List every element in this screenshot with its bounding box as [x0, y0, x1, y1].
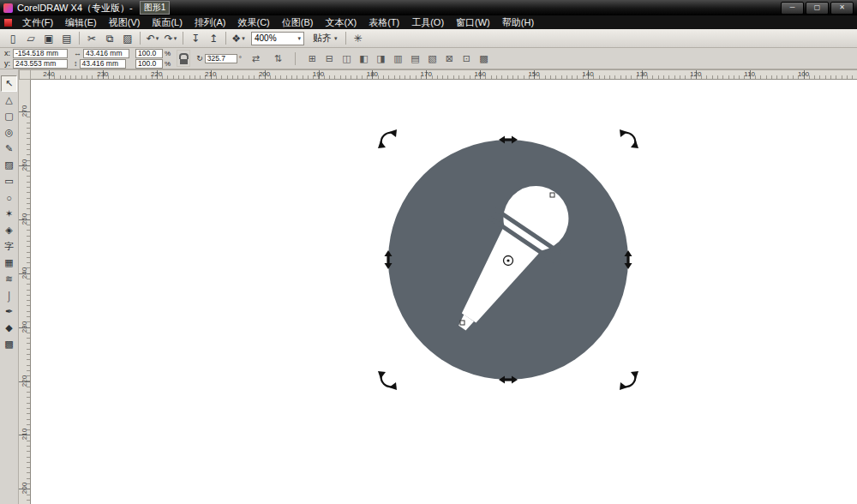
property-bar-button[interactable]: ⊞	[304, 51, 321, 67]
menu-item[interactable]: 视图(V)	[103, 15, 147, 30]
crop-tool[interactable]: ▢	[1, 108, 17, 124]
menu-item[interactable]: 文本(X)	[319, 15, 363, 30]
save-icon: ▣	[44, 33, 53, 45]
property-bar-button[interactable]: ◫	[339, 51, 355, 67]
property-bar-button[interactable]: ⊠	[441, 51, 458, 67]
smart-fill-tool[interactable]: ▨	[1, 157, 17, 173]
ruler-label: 110	[744, 70, 755, 78]
ruler-origin[interactable]	[19, 69, 31, 80]
zoom-level-combo[interactable]: 400% ▾	[251, 32, 304, 45]
minimize-button[interactable]: ─	[781, 2, 804, 15]
ruler-label: 190	[313, 70, 324, 78]
print-icon: ▤	[62, 33, 71, 45]
snap-to-button[interactable]: 贴齐 ▾	[309, 31, 342, 46]
menu-item[interactable]: 位图(B)	[276, 15, 320, 30]
property-bar-button[interactable]: ▧	[424, 51, 440, 67]
scale-y-field[interactable]: 100.0	[135, 59, 163, 69]
paste-button[interactable]: ▨	[119, 31, 136, 46]
object-width-field[interactable]: 43.416 mm	[83, 49, 129, 58]
menu-item[interactable]: 工具(O)	[405, 15, 450, 30]
ruler-label: 100	[798, 70, 809, 78]
property-bar-button[interactable]: ◧	[356, 51, 372, 67]
interactive-fill-tool[interactable]: ▩	[1, 336, 17, 352]
property-bar-button[interactable]: ▩	[476, 51, 492, 67]
menu-item[interactable]: 排列(A)	[189, 15, 232, 30]
menu-items: 文件(F)编辑(E)视图(V)版面(L)排列(A)效果(C)位图(B)文本(X)…	[16, 15, 540, 30]
import-button[interactable]: ↧	[187, 31, 204, 46]
save-button[interactable]: ▣	[40, 31, 57, 46]
canvas[interactable]	[31, 80, 857, 504]
maximize-button[interactable]: ▢	[806, 2, 829, 15]
padlock-icon	[179, 53, 189, 59]
outline-tool[interactable]: ✒	[1, 303, 17, 320]
lock-ratio-button[interactable]	[177, 50, 190, 67]
fill-tool[interactable]: ◆	[1, 320, 17, 336]
menu-item[interactable]: 帮助(H)	[496, 15, 540, 30]
export-button[interactable]: ↥	[205, 31, 222, 46]
shape-tool[interactable]: △	[1, 92, 17, 108]
copy-icon: ⧉	[106, 33, 114, 45]
ruler-label: 200	[259, 70, 270, 78]
ruler-label: 130	[636, 70, 647, 78]
ruler-label: 180	[367, 70, 378, 78]
scale-x-field[interactable]: 100.0	[135, 49, 163, 58]
property-bar-button[interactable]: ⊟	[321, 51, 338, 67]
interactive-blend-tool[interactable]: ≋	[1, 271, 17, 287]
rotation-angle-field[interactable]: 325.7	[205, 54, 237, 63]
zoom-tool[interactable]: ◎	[1, 124, 17, 141]
property-bar-button[interactable]: ◨	[373, 51, 389, 67]
application-launcher-button[interactable]: ❖▾	[230, 31, 247, 46]
property-bar-button[interactable]: ▥	[390, 51, 406, 67]
menu-item[interactable]: 表格(T)	[363, 15, 405, 30]
rotation-handle-top-left[interactable]	[378, 129, 397, 148]
standard-toolbar: ▯ ▱ ▣ ▤ ✂ ⧉ ▨ ↶▾ ↷▾ ↧ ↥ ❖▾ 400% ▾ 贴齐 ▾ ✳	[0, 29, 857, 48]
text-tool[interactable]: 字	[1, 238, 17, 255]
menu-item[interactable]: 文件(F)	[16, 15, 59, 30]
rotation-handle-bottom-right[interactable]	[620, 371, 638, 390]
cut-button[interactable]: ✂	[83, 31, 100, 46]
redo-button[interactable]: ↷▾	[162, 31, 179, 46]
new-document-button[interactable]: ▯	[4, 31, 21, 46]
menu-item[interactable]: 版面(L)	[146, 15, 188, 30]
polygon-tool[interactable]: ✶	[1, 206, 17, 222]
menu-item[interactable]: 效果(C)	[232, 15, 276, 30]
x-position-field[interactable]: -154.518 mm	[13, 49, 68, 58]
mirror-horizontal-icon: ⇄	[252, 53, 260, 64]
mirror-vertical-button[interactable]: ⇅	[270, 51, 286, 67]
basic-shapes-tool[interactable]: ◈	[1, 222, 17, 238]
table-tool[interactable]: ▦	[1, 255, 17, 271]
print-button[interactable]: ▤	[58, 31, 75, 46]
options-button[interactable]: ✳	[350, 31, 367, 46]
pick-tool[interactable]: ↖	[1, 75, 17, 92]
property-bar-button[interactable]: ⊡	[458, 51, 475, 67]
ruler-horizontal[interactable]: 2402302202102001901801701601501401301201…	[31, 69, 857, 80]
property-bar-button[interactable]: ▤	[407, 51, 423, 67]
menu-item[interactable]: 编辑(E)	[59, 15, 103, 30]
object-width-icon: ↔	[74, 49, 81, 57]
y-position-field[interactable]: 243.553 mm	[13, 59, 68, 69]
ruler-vertical[interactable]: 270260250240230220210200	[19, 80, 31, 504]
rotation-handle-bottom-left[interactable]	[378, 371, 397, 390]
rectangle-tool[interactable]: ▭	[1, 173, 17, 189]
open-folder-icon: ▱	[27, 33, 34, 45]
tool-icon: ◆	[5, 322, 12, 333]
freehand-tool[interactable]: ✎	[1, 141, 17, 157]
eyedropper-tool[interactable]: ⌡	[1, 287, 17, 303]
ruler-label: 240	[21, 267, 28, 279]
copy-button[interactable]: ⧉	[101, 31, 118, 46]
tool-icon: ◈	[5, 225, 12, 236]
undo-button[interactable]: ↶▾	[144, 31, 161, 46]
close-button[interactable]: ✕	[830, 2, 854, 15]
open-button[interactable]: ▱	[22, 31, 39, 46]
object-node[interactable]	[550, 193, 554, 197]
ellipse-tool[interactable]: ○	[1, 189, 17, 206]
mirror-horizontal-button[interactable]: ⇄	[248, 51, 264, 67]
new-document-icon: ▯	[10, 33, 16, 45]
property-bar-button-icon: ⊞	[309, 53, 316, 64]
object-node[interactable]	[460, 321, 464, 325]
ruler-label: 160	[475, 70, 486, 78]
rotation-handle-top-right[interactable]	[620, 129, 638, 148]
object-height-field[interactable]: 43.416 mm	[80, 59, 126, 69]
window-controls: ─ ▢ ✕	[781, 2, 854, 15]
menu-item[interactable]: 窗口(W)	[450, 15, 496, 30]
